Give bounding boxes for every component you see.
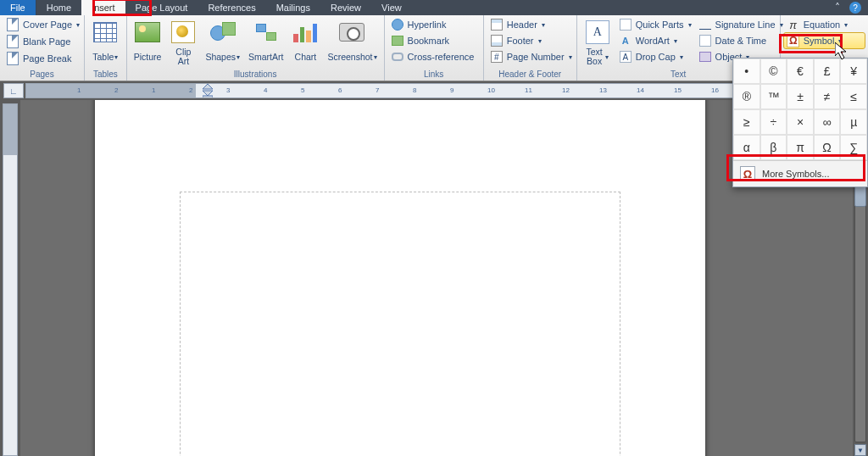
symbol-cell[interactable]: • xyxy=(733,58,760,84)
quick-parts-button[interactable]: Quick Parts▾ xyxy=(616,17,694,32)
chart-icon xyxy=(292,19,319,46)
hyperlink-button[interactable]: Hyperlink xyxy=(388,17,477,32)
wordart-icon: A xyxy=(619,34,632,47)
page-break-button[interactable]: Page Break xyxy=(3,51,82,66)
blank-page-icon xyxy=(6,35,19,48)
symbol-cell[interactable]: β xyxy=(760,135,787,160)
symbol-cell[interactable]: ≥ xyxy=(733,109,760,135)
footer-button[interactable]: Footer▾ xyxy=(487,33,575,48)
symbol-cell[interactable]: µ xyxy=(840,109,867,135)
tab-selector[interactable]: ∟ xyxy=(3,83,24,98)
page-break-icon xyxy=(6,52,19,65)
object-icon xyxy=(698,50,712,64)
symbol-cell[interactable]: π xyxy=(787,135,814,160)
tab-insert[interactable]: Insert xyxy=(81,0,125,15)
picture-icon xyxy=(134,19,161,46)
tab-references[interactable]: References xyxy=(198,0,265,15)
drop-cap-icon: A xyxy=(619,50,632,64)
symbol-grid: •©€£¥®™±≠≤≥÷×∞µαβπΩ∑ xyxy=(733,58,867,160)
symbol-cell[interactable]: × xyxy=(787,109,814,135)
indent-marker[interactable] xyxy=(203,84,213,98)
group-tables: Table ▾ Tables xyxy=(85,15,127,81)
minimize-ribbon-icon[interactable]: ˄ xyxy=(831,1,844,14)
signature-line-button[interactable]: Signature Line▾ xyxy=(696,17,786,32)
symbol-cell[interactable]: Ω xyxy=(814,135,841,160)
page-number-button[interactable]: # Page Number▾ xyxy=(487,49,575,64)
group-label-illustrations: Illustrations xyxy=(131,70,381,81)
text-box-icon: A xyxy=(584,19,611,46)
symbol-cell[interactable]: ∞ xyxy=(814,109,841,135)
tab-home[interactable]: Home xyxy=(36,0,81,15)
drop-cap-button[interactable]: A Drop Cap▾ xyxy=(616,49,694,64)
symbol-cell[interactable]: ≠ xyxy=(814,84,841,109)
omega-icon: Ω xyxy=(740,166,755,181)
vertical-ruler[interactable] xyxy=(0,100,20,456)
tab-file[interactable]: File xyxy=(0,0,36,15)
blank-page-button[interactable]: Blank Page xyxy=(3,34,82,49)
tab-page-layout[interactable]: Page Layout xyxy=(125,0,198,15)
symbol-icon: Ω xyxy=(787,34,800,47)
symbol-cell[interactable]: α xyxy=(733,135,760,160)
group-label-pages: Pages xyxy=(3,70,81,81)
shapes-button[interactable]: Shapes ▾ xyxy=(202,17,243,68)
tab-review[interactable]: Review xyxy=(320,0,371,15)
table-button[interactable]: Table ▾ xyxy=(88,17,122,68)
quick-parts-icon xyxy=(619,18,632,31)
group-links: Hyperlink Bookmark Cross-reference Links xyxy=(385,15,484,81)
symbol-dropdown-panel: •©€£¥®™±≠≤≥÷×∞µαβπΩ∑ Ω More Symbols... xyxy=(732,58,868,187)
group-label-header-footer: Header & Footer xyxy=(487,70,573,81)
page xyxy=(95,100,705,456)
cover-page-button[interactable]: Cover Page▾ xyxy=(3,17,82,32)
cross-reference-icon xyxy=(391,50,404,64)
symbol-cell[interactable]: © xyxy=(760,58,787,84)
date-time-button[interactable]: Date & Time xyxy=(696,33,786,48)
smartart-button[interactable]: SmartArt xyxy=(245,17,287,68)
cross-reference-button[interactable]: Cross-reference xyxy=(388,49,477,64)
tab-mailings[interactable]: Mailings xyxy=(266,0,320,15)
svg-rect-2 xyxy=(203,96,213,98)
symbol-cell[interactable]: £ xyxy=(814,58,841,84)
symbol-cell[interactable]: € xyxy=(787,58,814,84)
hyperlink-icon xyxy=(391,18,404,31)
date-time-icon xyxy=(698,34,712,47)
symbol-cell[interactable]: ∑ xyxy=(840,135,867,160)
group-pages: Cover Page▾ Blank Page Page Break Pages xyxy=(0,15,85,81)
symbol-cell[interactable]: ≤ xyxy=(840,84,867,109)
text-box-button[interactable]: A Text Box ▾ xyxy=(581,17,615,68)
symbol-cell[interactable]: ÷ xyxy=(760,109,787,135)
svg-marker-0 xyxy=(203,84,213,89)
equation-button[interactable]: π Equation▾ xyxy=(784,17,865,32)
symbol-cell[interactable]: ™ xyxy=(760,84,787,109)
bookmark-icon xyxy=(391,34,404,47)
group-header-footer: Header▾ Footer▾ # Page Number▾ Header & … xyxy=(484,15,577,81)
wordart-button[interactable]: A WordArt▾ xyxy=(616,33,694,48)
screenshot-button[interactable]: Screenshot ▾ xyxy=(324,17,380,68)
scroll-down-arrow[interactable]: ▼ xyxy=(854,444,866,456)
symbol-cell[interactable]: ¥ xyxy=(840,58,867,84)
smartart-icon xyxy=(253,19,280,46)
more-symbols-item[interactable]: Ω More Symbols... xyxy=(733,160,867,186)
menu-tabs: File Home Insert Page Layout References … xyxy=(0,0,868,15)
shapes-icon xyxy=(209,19,236,46)
group-label-tables: Tables xyxy=(88,70,123,81)
tab-view[interactable]: View xyxy=(371,0,412,15)
document-pane[interactable] xyxy=(20,100,853,456)
header-button[interactable]: Header▾ xyxy=(487,17,575,32)
page-margin-guide xyxy=(180,192,620,456)
footer-icon xyxy=(490,34,504,47)
chart-button[interactable]: Chart xyxy=(288,17,322,68)
clip-art-icon xyxy=(170,19,197,46)
bookmark-button[interactable]: Bookmark xyxy=(388,33,477,48)
symbol-cell[interactable]: ± xyxy=(787,84,814,109)
help-icon[interactable]: ? xyxy=(849,2,861,14)
symbol-button[interactable]: Ω Symbol▾ xyxy=(784,33,865,48)
clip-art-button[interactable]: Clip Art xyxy=(166,17,200,68)
more-symbols-label: More Symbols... xyxy=(762,169,829,179)
symbol-cell[interactable]: ® xyxy=(733,84,760,109)
header-icon xyxy=(490,18,504,31)
signature-line-icon xyxy=(698,18,712,31)
table-icon xyxy=(92,19,119,46)
svg-marker-1 xyxy=(203,91,213,96)
screenshot-icon xyxy=(338,19,365,46)
picture-button[interactable]: Picture xyxy=(131,17,165,68)
